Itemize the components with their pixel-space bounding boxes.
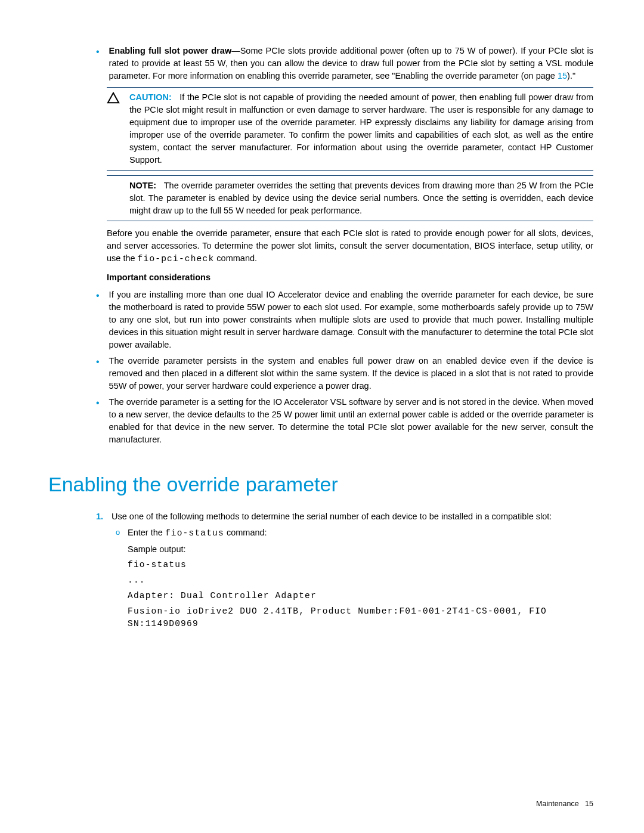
bullet-title: Enabling full slot power draw xyxy=(109,46,232,55)
code-line-3: Adapter: Dual Controller Adapter xyxy=(128,590,593,602)
bullet-enabling-full-slot: • Enabling full slot power draw—Some PCI… xyxy=(51,45,593,82)
consideration-2-text: The override parameter persists in the s… xyxy=(109,355,593,392)
note-label: NOTE: xyxy=(129,181,156,190)
sub-text-1: Enter the xyxy=(128,528,165,537)
sub-text-2: command: xyxy=(224,528,267,537)
note-box: NOTE: The override parameter overrides t… xyxy=(107,175,593,221)
caution-box: CAUTION: If the PCIe slot is not capable… xyxy=(107,87,593,171)
sample-output-label: Sample output: xyxy=(128,543,593,556)
footer-section: Maintenance xyxy=(536,800,579,808)
before-paragraph: Before you enable the override parameter… xyxy=(107,227,593,265)
consideration-3: • The override parameter is a setting fo… xyxy=(51,396,593,446)
caution-text: If the PCIe slot is not capable of provi… xyxy=(129,92,593,165)
bullet-marker: • xyxy=(96,289,109,351)
caution-icon xyxy=(107,91,129,166)
page-footer: Maintenance 15 xyxy=(536,798,593,809)
page-title: Enabling the override parameter xyxy=(48,470,593,499)
sub-step-enter-fio-status: o Enter the fio-status command: xyxy=(51,527,593,540)
step-number: 1. xyxy=(96,510,112,523)
consideration-2: • The override parameter persists in the… xyxy=(51,355,593,392)
consideration-1: • If you are installing more than one du… xyxy=(51,289,593,351)
step-1: 1. Use one of the following methods to d… xyxy=(51,510,593,523)
bullet-body: Enabling full slot power draw—Some PCIe … xyxy=(109,45,593,82)
bullet-marker: • xyxy=(96,355,109,392)
sub-marker: o xyxy=(116,527,128,540)
note-body: NOTE: The override parameter overrides t… xyxy=(129,179,593,217)
before-cmd: fio-pci-check xyxy=(138,254,215,264)
important-considerations-heading: Important considerations xyxy=(107,271,593,284)
caution-label: CAUTION: xyxy=(129,92,172,102)
sub-cmd: fio-status xyxy=(165,528,224,538)
bullet-marker: • xyxy=(96,45,109,82)
note-icon-spacer xyxy=(107,179,129,217)
caution-body: CAUTION: If the PCIe slot is not capable… xyxy=(129,91,593,166)
code-line-1: fio-status xyxy=(128,559,593,571)
consideration-3-text: The override parameter is a setting for … xyxy=(109,396,593,446)
code-line-2: ... xyxy=(128,574,593,587)
footer-page: 15 xyxy=(585,800,593,808)
consideration-1-text: If you are installing more than one dual… xyxy=(109,289,593,351)
code-line-4: Fusion-io ioDrive2 DUO 2.41TB, Product N… xyxy=(128,605,593,630)
sub-step-body: Enter the fio-status command: xyxy=(128,527,267,540)
before-text-2: command. xyxy=(214,253,257,263)
sample-output-block: Sample output: fio-status ... Adapter: D… xyxy=(128,543,593,630)
step-1-text: Use one of the following methods to dete… xyxy=(112,510,593,523)
note-text: The override parameter overrides the set… xyxy=(129,181,593,215)
bullet-marker: • xyxy=(96,396,109,446)
page-link[interactable]: 15 xyxy=(558,71,567,80)
bullet-text-2: )." xyxy=(567,71,575,80)
